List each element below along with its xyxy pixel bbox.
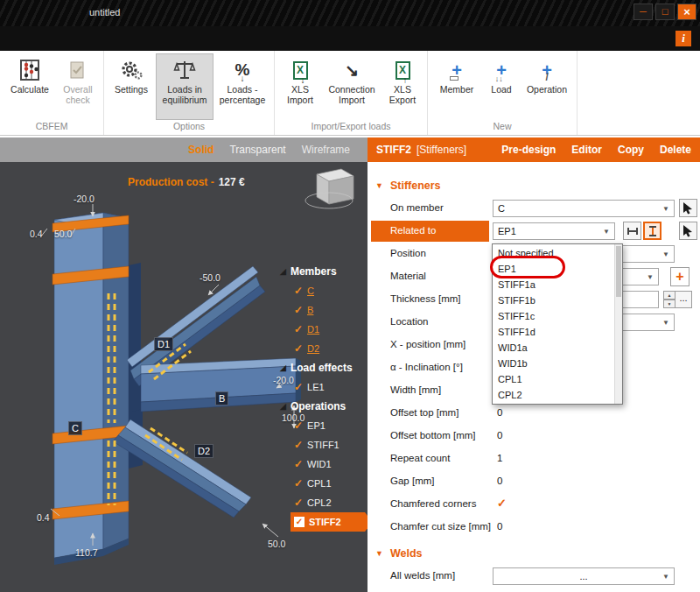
dropdown-item-ep1[interactable]: EP1 (493, 261, 622, 277)
checkmark-icon[interactable]: ✓ (294, 497, 303, 509)
dropdown-item-stiff1d[interactable]: STIFF1d (493, 324, 622, 340)
dropdown-item-not-specified[interactable]: Not specified (493, 245, 622, 261)
dropdown-item-wid1b[interactable]: WID1b (493, 356, 622, 371)
offset-bottom-value[interactable]: 0 (497, 430, 502, 440)
dropdown-item-cpl1[interactable]: CPL1 (493, 371, 622, 387)
thickness-more-button[interactable]: ... (675, 291, 692, 308)
dropdown-scrollbar[interactable] (614, 244, 622, 404)
group-label-import-export: Import/Export loads (275, 120, 427, 135)
chevron-down-icon[interactable]: ▼ (600, 225, 612, 237)
chamfer-cut-size-value[interactable]: 0 (497, 521, 502, 532)
row-on-member: On member C ▼ (368, 197, 700, 220)
repeat-count-value[interactable]: 1 (497, 453, 502, 463)
maximize-button[interactable]: □ (655, 4, 675, 20)
tree-item-stiff1[interactable]: ✓ STIFF1 (280, 435, 368, 455)
minimize-button[interactable]: ─ (634, 4, 653, 20)
tree-item-d1[interactable]: ✓ D1 (280, 320, 368, 339)
dropdown-item-wid1a[interactable]: WID1a (493, 340, 622, 356)
tree-item-c[interactable]: ✓ C (280, 281, 368, 300)
stiffener-orientation-button-1[interactable] (623, 222, 641, 240)
checkmark-icon[interactable]: ✓ (294, 439, 303, 451)
checkmark-icon[interactable]: ✓ (294, 304, 303, 316)
tree-section-members[interactable]: ◢ Members (280, 262, 368, 281)
chevron-down-icon[interactable]: ▼ (660, 202, 672, 215)
spin-down-icon[interactable]: ▼ (663, 300, 676, 308)
xls-export-button[interactable]: X ↑ XLS Export (382, 53, 423, 120)
info-button[interactable]: i (676, 31, 691, 46)
section-welds[interactable]: ▼ Welds (368, 542, 700, 565)
checkmark-icon[interactable]: ✓ (294, 477, 303, 490)
production-cost: Production cost -127 € (128, 176, 245, 188)
tree-section-operations[interactable]: ◢ Operations (280, 397, 368, 416)
tree-item-le1[interactable]: ✓ LE1 (280, 377, 368, 397)
stiffener-orientation-button-2[interactable] (643, 222, 662, 240)
new-operation-button[interactable]: + / Operation (522, 53, 572, 120)
chamfered-corners-checkbox[interactable]: ✓ (497, 497, 507, 510)
ribbon-group-import-export: X ↓ XLS Import ↘ Connection Import X ↑ (275, 51, 428, 135)
viewport-3d[interactable]: Production cost -127 € -20.0 0.4 50.0 -5… (0, 162, 368, 592)
checkmark-icon[interactable]: ✓ (294, 419, 303, 432)
loads-percentage-button[interactable]: % ↓ Loads - percentage (215, 53, 270, 120)
all-welds-combo[interactable]: ... ▼ (493, 567, 675, 585)
row-chamfer-cut-size: Chamfer cut size [mm] 0 (368, 516, 700, 539)
tree-item-b[interactable]: ✓ B (280, 300, 368, 320)
tree-item-ep1[interactable]: ✓ EP1 (280, 416, 368, 435)
tab-wireframe[interactable]: Wireframe (302, 144, 350, 156)
tree-item-stiff2-selected[interactable]: ✓ STIFF2 (290, 512, 365, 532)
calculate-button[interactable]: Calculate (4, 53, 55, 120)
checkmark-icon[interactable]: ✓ (294, 517, 304, 527)
copy-button[interactable]: Copy (618, 144, 644, 156)
thickness-stepper[interactable]: ▲ ▼ (663, 291, 676, 308)
new-operation-label: Operation (527, 84, 567, 95)
overall-check-button[interactable]: Overall check (57, 53, 99, 120)
delete-button[interactable]: Delete (660, 144, 691, 156)
chevron-down-icon[interactable]: ▼ (644, 271, 656, 283)
dropdown-item-stiff1b[interactable]: STIFF1b (493, 292, 622, 308)
xls-import-button[interactable]: X ↓ XLS Import (279, 53, 321, 120)
checkmark-icon[interactable]: ✓ (294, 285, 303, 297)
close-button[interactable]: × (677, 4, 696, 20)
add-material-button[interactable]: + (670, 267, 690, 286)
dropdown-item-stiff1c[interactable]: STIFF1c (493, 308, 622, 324)
checkmark-icon[interactable]: ✓ (294, 458, 303, 470)
tree-item-d2[interactable]: ✓ D2 (280, 339, 368, 358)
offset-top-value[interactable]: 0 (497, 407, 502, 418)
new-member-button[interactable]: + Member (432, 53, 481, 120)
chevron-down-icon[interactable]: ▼ (660, 316, 672, 328)
on-member-combo[interactable]: C ▼ (493, 200, 675, 217)
tree-item-cpl2[interactable]: ✓ CPL2 (280, 493, 368, 512)
add-operation-icon: + / (542, 57, 552, 83)
checkmark-icon[interactable]: ✓ (294, 342, 303, 355)
new-load-button[interactable]: + ↓↓ Load (483, 53, 520, 120)
production-cost-label: Production cost - (128, 176, 214, 188)
dropdown-item-stiff1a[interactable]: STIFF1a (493, 277, 622, 292)
pick-related-button[interactable] (679, 222, 697, 240)
cursor-icon (682, 224, 694, 237)
dropdown-item-cpl2[interactable]: CPL2 (493, 387, 622, 403)
xls-import-label: XLS Import (280, 84, 320, 105)
connection-import-button[interactable]: ↘ Connection Import (323, 53, 381, 120)
export-arrow-icon: ↑ (403, 75, 408, 85)
predesign-button[interactable]: Pre-design (501, 144, 556, 156)
operation-type: [Stiffeners] (416, 144, 466, 156)
chevron-down-icon[interactable]: ▼ (660, 248, 672, 260)
spin-up-icon[interactable]: ▲ (663, 291, 676, 300)
loads-in-equilibrium-button[interactable]: Loads in equilibrium (156, 53, 214, 120)
gap-value[interactable]: 0 (497, 476, 502, 486)
checkmark-icon[interactable]: ✓ (294, 323, 303, 335)
checkmark-icon[interactable]: ✓ (294, 381, 303, 393)
model-tree: ◢ Members ✓ C ✓ B ✓ D1 ✓ D2 ◢ Load effec… (280, 262, 368, 532)
tree-section-load-effects[interactable]: ◢ Load effects (280, 358, 368, 377)
editor-button[interactable]: Editor (571, 144, 602, 156)
section-stiffeners[interactable]: ▼ Stiffeners (368, 174, 700, 197)
settings-button[interactable]: Settings (108, 53, 154, 120)
ribbon-group-cbfem: Calculate Overall check CBFEM (0, 51, 104, 135)
row-offset-bottom: Offset bottom [mm] 0 (368, 425, 700, 448)
chevron-down-icon[interactable]: ▼ (660, 570, 672, 582)
related-to-combo[interactable]: EP1 ▼ (493, 222, 615, 240)
tree-item-cpl1[interactable]: ✓ CPL1 (280, 474, 368, 493)
tab-transparent[interactable]: Transparent (229, 144, 285, 156)
pick-on-member-button[interactable] (679, 199, 697, 217)
tab-solid[interactable]: Solid (188, 144, 214, 156)
tree-item-wid1[interactable]: ✓ WID1 (280, 455, 368, 474)
